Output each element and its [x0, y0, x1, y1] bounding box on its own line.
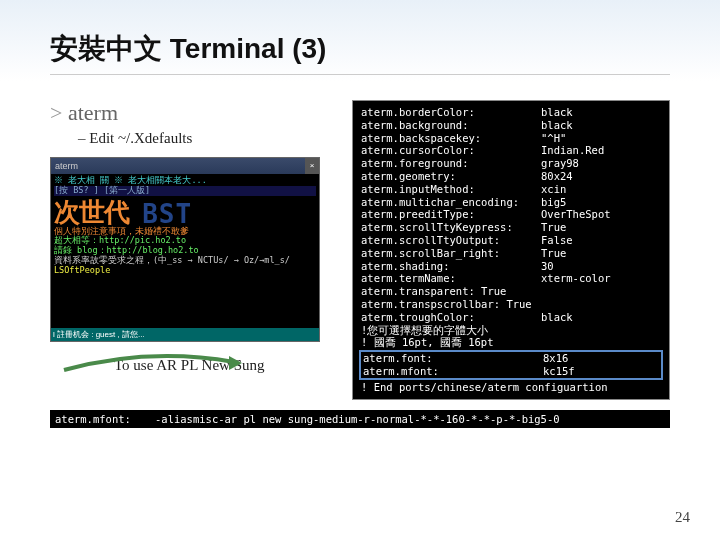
terminal-screenshot: aterm × ※ 老大相 關 ※ 老大相關本老大... [按 BS? ] [第…	[50, 157, 320, 342]
config-row: aterm.mfont:kc15f	[363, 365, 659, 378]
bbs-logo-text: 次世代	[54, 199, 129, 225]
config-row: aterm.geometry:80x24	[361, 170, 661, 183]
config-row: aterm.background:black	[361, 119, 661, 132]
config-comment: ! End ports/chinese/aterm configuartion	[361, 381, 661, 394]
slide-title: 安裝中文 Terminal (3)	[50, 30, 670, 75]
xdefaults-config: aterm.borderColor:blackaterm.background:…	[352, 100, 670, 400]
config-row: aterm.inputMethod:xcin	[361, 183, 661, 196]
footnote-key: aterm.mfont:	[55, 413, 155, 425]
config-row: aterm.scrollBar_right:True	[361, 247, 661, 260]
config-row: aterm.shading:30	[361, 260, 661, 273]
bbs-status-line: l 註冊机会 : guest , 請您...	[51, 328, 319, 341]
caption-text: To use AR PL New Sung	[114, 357, 340, 374]
bullet-level-1: > aterm	[50, 100, 340, 126]
config-comment: ! 國喬 16pt, 國喬 16pt	[361, 336, 661, 349]
config-row: aterm.font:8x16	[363, 352, 659, 365]
bbs-logo-ascii: BST	[142, 201, 192, 227]
footnote-value: -aliasmisc-ar pl new sung-medium-r-norma…	[155, 413, 665, 425]
config-row: aterm.termName:xterm-color	[361, 272, 661, 285]
arrow-icon	[59, 352, 244, 377]
window-title: aterm	[55, 158, 78, 174]
bbs-line: LSOftPeople	[54, 266, 316, 276]
config-row: aterm.scrollTtyKeypress:True	[361, 221, 661, 234]
config-row: aterm.cursorColor:Indian.Red	[361, 144, 661, 157]
config-row: aterm.transpscrollbar: True	[361, 298, 661, 311]
highlighted-config: aterm.font:8x16aterm.mfont:kc15f	[359, 350, 663, 380]
page-number: 24	[675, 509, 690, 526]
bullet-level-2: – Edit ~/.Xdefaults	[78, 130, 340, 147]
config-row: aterm.borderColor:black	[361, 106, 661, 119]
config-row: aterm.backspacekey:"^H"	[361, 132, 661, 145]
config-row: aterm.foreground:gray98	[361, 157, 661, 170]
config-row: aterm.multichar_encoding:big5	[361, 196, 661, 209]
config-row: aterm.transparent: True	[361, 285, 661, 298]
config-comment: !您可選擇想要的字體大小	[361, 324, 661, 337]
config-row: aterm.preeditType:OverTheSpot	[361, 208, 661, 221]
bbs-line: [按 BS? ] [第一人版]	[54, 186, 316, 196]
close-icon: ×	[305, 158, 319, 174]
config-row: aterm.troughColor:black	[361, 311, 661, 324]
config-row: aterm.scrollTtyOutput:False	[361, 234, 661, 247]
footnote-config: aterm.mfont: -aliasmisc-ar pl new sung-m…	[50, 410, 670, 428]
